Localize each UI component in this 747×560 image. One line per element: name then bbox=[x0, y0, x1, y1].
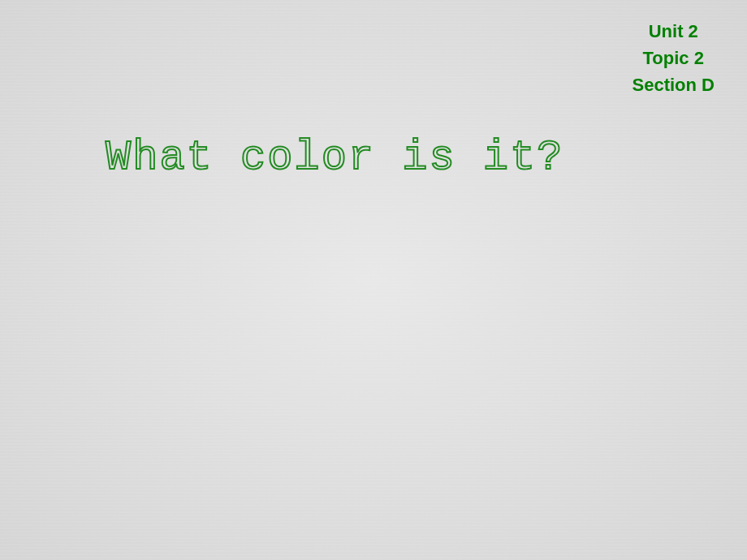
unit-line3: Section D bbox=[633, 71, 715, 98]
unit-line1: Unit 2 bbox=[633, 18, 715, 45]
unit-line2: Topic 2 bbox=[633, 45, 715, 71]
unit-label: Unit 2 Topic 2 Section D bbox=[633, 18, 715, 98]
main-question: What color is it? bbox=[106, 134, 564, 182]
slide-container: Unit 2 Topic 2 Section D What color is i… bbox=[0, 0, 747, 560]
